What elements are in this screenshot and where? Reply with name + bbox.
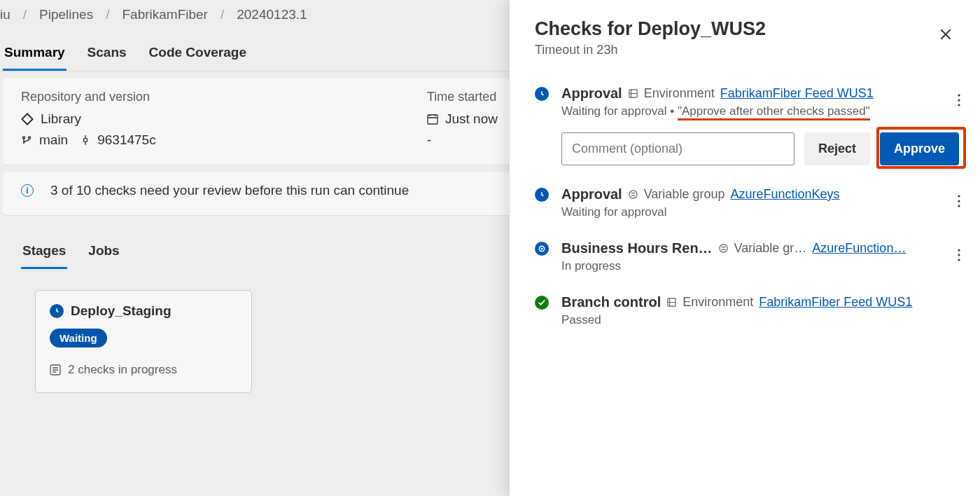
check-name: Branch control bbox=[561, 294, 661, 310]
repo-name[interactable]: Library bbox=[41, 111, 81, 127]
info-icon: i bbox=[21, 184, 34, 197]
repo-heading: Repository and version bbox=[21, 90, 357, 104]
branch-icon bbox=[21, 135, 32, 146]
variable-group-icon bbox=[718, 243, 729, 254]
tab-code-coverage[interactable]: Code Coverage bbox=[148, 38, 248, 71]
variable-group-icon bbox=[628, 189, 638, 200]
svg-point-12 bbox=[541, 248, 543, 250]
stage-card[interactable]: Deploy_Staging Waiting 2 checks in progr… bbox=[35, 290, 252, 393]
kebab-icon bbox=[958, 94, 960, 106]
svg-point-7 bbox=[629, 191, 637, 198]
time-started: Just now bbox=[445, 111, 498, 127]
more-actions-button[interactable] bbox=[958, 247, 960, 266]
more-actions-button[interactable] bbox=[958, 193, 960, 212]
kebab-icon bbox=[958, 249, 960, 261]
approval-actions: Reject Approve bbox=[561, 132, 959, 165]
check-name: Approval bbox=[561, 85, 622, 102]
check-item: Business Hours Ren… Variable gr… AzureFu… bbox=[535, 240, 959, 273]
resource-type: Variable group bbox=[644, 187, 725, 202]
svg-point-8 bbox=[958, 195, 960, 197]
svg-point-4 bbox=[958, 94, 960, 96]
tab-stages[interactable]: Stages bbox=[21, 236, 67, 269]
status-badge: Waiting bbox=[50, 329, 107, 347]
resource-type: Environment bbox=[682, 295, 753, 310]
commit-icon bbox=[80, 135, 90, 145]
tab-summary[interactable]: Summary bbox=[3, 38, 66, 71]
comment-input[interactable] bbox=[561, 132, 794, 165]
commit-hash[interactable]: 9631475c bbox=[97, 132, 155, 148]
svg-point-6 bbox=[958, 104, 960, 106]
checks-panel: Checks for Deploy_WUS2 Timeout in 23h Ap… bbox=[510, 0, 980, 496]
check-status: Passed bbox=[561, 313, 601, 327]
svg-rect-1 bbox=[428, 115, 438, 124]
kebab-icon bbox=[958, 195, 960, 207]
check-item: Approval Environment FabrikamFiber Feed … bbox=[535, 85, 959, 165]
checks-list: Approval Environment FabrikamFiber Feed … bbox=[535, 85, 959, 327]
environment-icon bbox=[628, 88, 638, 99]
calendar-icon bbox=[427, 113, 438, 125]
environment-icon bbox=[666, 297, 677, 308]
resource-type: Environment bbox=[644, 86, 715, 101]
time-heading: Time started bbox=[427, 90, 498, 104]
svg-point-15 bbox=[958, 254, 960, 256]
check-status: In progress bbox=[561, 259, 621, 273]
breadcrumb-separator: / bbox=[23, 7, 27, 22]
resource-link[interactable]: AzureFunctionKeys bbox=[730, 187, 839, 202]
resource-type: Variable gr… bbox=[734, 241, 807, 256]
check-item: Branch control Environment FabrikamFiber… bbox=[535, 294, 959, 327]
svg-point-14 bbox=[958, 249, 960, 251]
check-status: Waiting for approval • "Approve after ot… bbox=[561, 104, 870, 118]
stage-title: Deploy_Staging bbox=[71, 303, 172, 319]
svg-point-5 bbox=[958, 99, 960, 101]
in-progress-icon bbox=[535, 242, 549, 256]
breadcrumb-item[interactable]: Pipelines bbox=[39, 7, 93, 22]
pending-icon bbox=[535, 87, 549, 101]
approve-button[interactable]: Approve bbox=[880, 132, 959, 165]
close-icon bbox=[939, 28, 952, 41]
panel-title: Checks for Deploy_WUS2 bbox=[535, 18, 959, 40]
branch-name[interactable]: main bbox=[39, 132, 68, 148]
check-name: Business Hours Ren… bbox=[561, 240, 713, 256]
check-item: Approval Variable group AzureFunctionKey… bbox=[535, 186, 959, 219]
pending-icon bbox=[535, 188, 549, 202]
checklist-icon bbox=[50, 364, 61, 376]
svg-point-13 bbox=[719, 244, 727, 252]
svg-point-16 bbox=[958, 259, 960, 261]
check-status-part: Waiting for approval bbox=[561, 104, 667, 118]
close-button[interactable] bbox=[939, 28, 952, 43]
breadcrumb-separator: / bbox=[220, 7, 224, 22]
resource-link[interactable]: FabrikamFiber Feed WUS1 bbox=[759, 295, 912, 310]
stage-substatus: 2 checks in progress bbox=[68, 363, 177, 377]
waiting-icon bbox=[50, 304, 64, 318]
check-name: Approval bbox=[561, 186, 622, 202]
check-status: Waiting for approval bbox=[561, 205, 667, 219]
breadcrumb-item[interactable]: 20240123.1 bbox=[237, 7, 307, 22]
check-status-sep: • bbox=[667, 104, 678, 118]
more-actions-button[interactable] bbox=[958, 92, 960, 111]
breadcrumb-item[interactable]: FabrikamFiber bbox=[122, 7, 207, 22]
alert-text: 3 of 10 checks need your review before t… bbox=[50, 183, 409, 198]
repo-icon bbox=[21, 113, 34, 125]
tab-jobs[interactable]: Jobs bbox=[87, 236, 120, 269]
reject-button[interactable]: Reject bbox=[804, 132, 870, 165]
tab-scans[interactable]: Scans bbox=[86, 38, 128, 71]
duration: - bbox=[427, 132, 431, 148]
resource-link[interactable]: AzureFunction… bbox=[812, 241, 906, 256]
check-status-note: "Approve after other checks passed" bbox=[678, 104, 870, 118]
svg-point-10 bbox=[958, 205, 960, 207]
svg-point-0 bbox=[84, 138, 88, 142]
passed-icon bbox=[535, 296, 549, 310]
svg-point-9 bbox=[958, 200, 960, 202]
panel-timeout: Timeout in 23h bbox=[535, 43, 959, 57]
resource-link[interactable]: FabrikamFiber Feed WUS1 bbox=[720, 86, 874, 101]
breadcrumb-item[interactable]: iu bbox=[0, 7, 10, 22]
breadcrumb-separator: / bbox=[106, 7, 109, 22]
